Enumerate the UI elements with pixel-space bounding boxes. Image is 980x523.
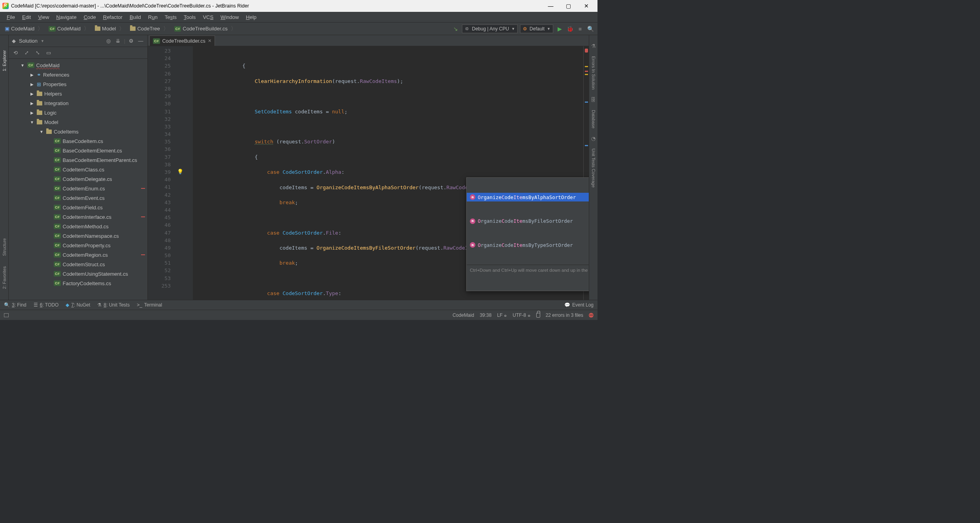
tree-file[interactable]: C#CodeItemEnum.cs [9,184,147,193]
menu-tools[interactable]: Tools [180,13,199,21]
lock-icon[interactable] [536,313,540,318]
tree-file[interactable]: C#CodeItemUsingStatement.cs [9,269,147,278]
hide-icon[interactable]: — [137,38,144,45]
menu-refactor[interactable]: Refactor [100,13,126,21]
hammer-build-icon[interactable]: ↘ [452,25,460,33]
tree-file[interactable]: C#CodeItemField.cs [9,203,147,212]
tw-event-log[interactable]: 💬Event Log [564,302,594,308]
stripe-explorer[interactable]: 1: Explorer [1,47,8,74]
stripe-favorites[interactable]: 2: Favorites [1,263,8,292]
tw-todo[interactable]: ☰6: TODO [34,302,59,308]
tree-file[interactable]: C#FactoryCodeItems.cs [9,278,147,288]
editor-tab[interactable]: C# CodeTreeBuilder.cs ✕ [149,36,215,46]
menu-build[interactable]: Build [126,13,145,21]
breadcrumb-module[interactable]: C#CodeMaid〉 [47,24,92,33]
breadcrumb-file[interactable]: C#CodeTreeBuilder.cs〉 [173,24,239,33]
menu-help[interactable]: Help [242,13,260,21]
status-solution[interactable]: CodeMaid [452,312,474,318]
breadcrumb-folder-codetree[interactable]: CodeTree〉 [128,24,172,33]
status-caret-pos[interactable]: 39:38 [480,312,492,318]
collapse-icon[interactable]: ⤡ [34,49,41,56]
menu-vcs[interactable]: VCS [199,13,217,21]
tree-file[interactable]: C#BaseCodeItem.cs [9,136,147,146]
menu-window[interactable]: Window [217,13,242,21]
breadcrumb-project[interactable]: ▣CodeMaid〉 [3,24,46,33]
line-gutter: 23 24 25 26 27 28 29 30 31 32 33 34 35 3… [148,46,175,300]
run-config-combo[interactable]: ⚙Default▼ [520,24,553,33]
stripe-structure[interactable]: Structure [1,235,8,259]
status-bar: CodeMaid 39:38 LF ≑ UTF-8 ≑ 22 errors in… [0,310,597,320]
editor-tabs: C# CodeTreeBuilder.cs ✕ [148,35,589,46]
lightbulb-icon[interactable]: 💡 [177,169,183,175]
tree-file[interactable]: C#CodeItemProperty.cs [9,241,147,250]
tree-file[interactable]: C#BaseCodeItemElementParent.cs [9,155,147,165]
coverage-icon[interactable]: ◔ [591,135,596,141]
menu-tests[interactable]: Tests [161,13,180,21]
tree-file[interactable]: C#CodeItemStruct.cs [9,260,147,269]
status-line-sep[interactable]: LF ≑ [497,312,507,318]
sync-icon[interactable]: ⟲ [12,49,19,56]
editor-area: C# CodeTreeBuilder.cs ✕ 23 24 25 26 27 2… [148,35,589,300]
collapse-all-icon[interactable]: ⇊ [115,38,122,45]
database-icon[interactable]: 🗄 [591,97,596,103]
solution-tree[interactable]: ▼C#CodeMaid ▶⚭References ▶⊞Properties ▶H… [9,59,147,300]
flask-icon[interactable]: ⚗ [591,43,596,49]
minimize-button[interactable]: — [542,0,560,11]
status-errors[interactable]: 22 errors in 3 files [546,312,583,318]
preview-icon[interactable]: ▭ [45,49,52,56]
menu-navigate[interactable]: Navigate [53,13,80,21]
tw-find[interactable]: 🔍3: Find [4,302,26,308]
search-everywhere-icon[interactable]: 🔍 [586,25,594,33]
completion-item[interactable]: mOrganizeCodeItemsByAlphaSortOrder SetCo… [467,193,589,201]
tree-file[interactable]: C#CodeItemClass.cs [9,165,147,174]
window-title: CodeMaid [C:\repos\codemaid-master] - ..… [11,3,249,9]
fold-strip [185,46,193,300]
code-completion-popup[interactable]: mOrganizeCodeItemsByAlphaSortOrder SetCo… [466,177,589,291]
stripe-database[interactable]: Database [590,107,597,132]
debug-icon[interactable]: 🐞 [566,25,574,33]
breadcrumb: ▣CodeMaid〉 C#CodeMaid〉 Model〉 CodeTree〉 … [3,24,239,33]
app-icon [2,3,9,9]
tree-file[interactable]: C#CodeItemInterface.cs [9,212,147,222]
completion-item[interactable]: mOrganizeCodeItemsByTypeSortOrder SetCod… [467,241,589,249]
tw-terminal[interactable]: >_Terminal [137,302,162,308]
build-config-combo[interactable]: ⛭Debug | Any CPU▼ [462,24,518,33]
target-icon[interactable]: ◎ [105,38,112,45]
tool-windows-icon[interactable] [4,313,9,317]
maximize-button[interactable]: ▢ [560,0,577,11]
code-editor[interactable]: 23 24 25 26 27 28 29 30 31 32 33 34 35 3… [148,46,589,300]
explorer-panel: ◆ Solution ▼ ◎ ⇊ | ⚙ — ⟲ ⤢ ⤡ ▭ ▼C#CodeMa… [9,35,148,300]
run-icon[interactable]: ▶ [556,25,564,33]
stripe-errors[interactable]: Errors In Solution [590,53,597,93]
tree-file[interactable]: C#CodeItemEvent.cs [9,193,147,203]
close-tab-icon[interactable]: ✕ [208,38,211,43]
right-tool-stripe: ⚗ Errors In Solution 🗄 Database ◔ Unit T… [589,35,597,300]
menu-code[interactable]: Code [80,13,100,21]
navigation-toolbar: ▣CodeMaid〉 C#CodeMaid〉 Model〉 CodeTree〉 … [0,23,597,35]
menu-view[interactable]: View [34,13,53,21]
completion-item[interactable]: mOrganizeCodeItemsByFileSortOrder SetCod… [467,217,589,226]
stripe-coverage[interactable]: Unit Tests Coverage [590,145,597,191]
status-encoding[interactable]: UTF-8 ≑ [513,312,530,318]
tree-file[interactable]: C#BaseCodeItemElement.cs [9,146,147,155]
window-titlebar: CodeMaid [C:\repos\codemaid-master] - ..… [0,0,597,12]
expand-icon[interactable]: ⤢ [23,49,30,56]
menu-run[interactable]: Run [145,13,161,21]
menu-bar: File Edit View Navigate Code Refactor Bu… [0,12,597,23]
gear-icon[interactable]: ⚙ [128,38,135,45]
tree-file[interactable]: C#CodeItemRegion.cs [9,250,147,260]
stop-icon[interactable]: ■ [576,25,584,33]
explorer-header: ◆ Solution ▼ ◎ ⇊ | ⚙ — [9,35,147,47]
tw-unit-tests[interactable]: ⚗8: Unit Tests [97,302,130,308]
status-error-indicator-icon[interactable]: — [589,313,594,318]
tree-file[interactable]: C#CodeItemDelegate.cs [9,174,147,184]
tw-nuget[interactable]: ◆7: NuGet [66,302,90,308]
menu-file[interactable]: File [3,13,19,21]
completion-hint: Ctrl+Down and Ctrl+Up will move caret do… [467,265,589,276]
menu-edit[interactable]: Edit [19,13,34,21]
tree-file[interactable]: C#CodeItemMethod.cs [9,222,147,231]
tree-file[interactable]: C#CodeItemNamespace.cs [9,231,147,241]
breadcrumb-folder-model[interactable]: Model〉 [93,24,128,33]
explorer-title[interactable]: Solution [19,38,38,44]
close-button[interactable]: ✕ [577,0,595,11]
